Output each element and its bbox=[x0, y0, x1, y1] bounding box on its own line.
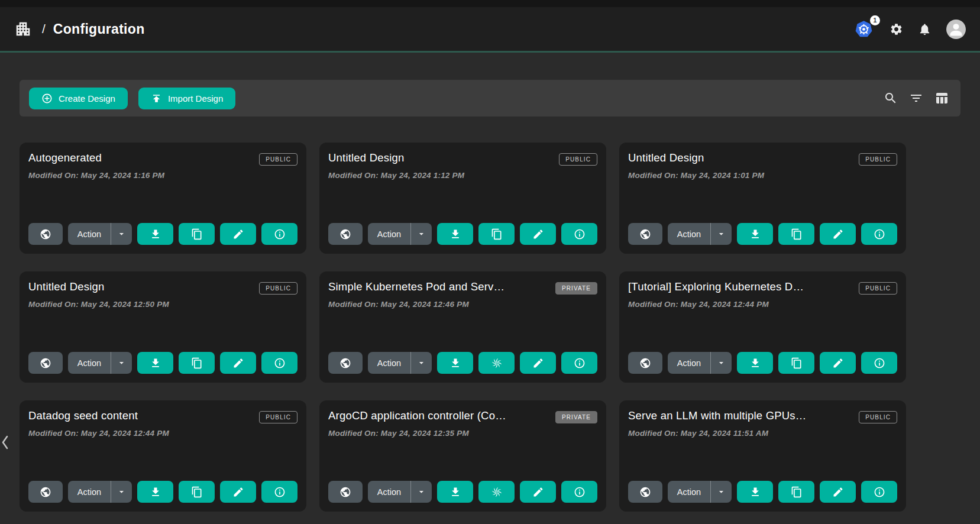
download-button[interactable] bbox=[737, 481, 773, 503]
download-button[interactable] bbox=[137, 352, 173, 374]
card-head: [Tutorial] Exploring Kubernetes D… PUBLI… bbox=[628, 280, 897, 295]
action-button[interactable]: Action bbox=[68, 223, 111, 245]
notifications-button[interactable] bbox=[918, 22, 932, 36]
window-top-strip bbox=[0, 0, 980, 7]
building-icon bbox=[14, 20, 32, 38]
download-button[interactable] bbox=[737, 223, 773, 245]
create-design-button[interactable]: Create Design bbox=[29, 88, 128, 109]
copy-icon bbox=[791, 228, 803, 240]
import-design-button[interactable]: Import Design bbox=[138, 88, 235, 109]
info-button[interactable] bbox=[861, 352, 897, 374]
modified-on-text: Modified On: May 24, 2024 12:35 PM bbox=[328, 429, 597, 438]
design-title: Simple Kubernetes Pod and Serv… bbox=[328, 280, 555, 293]
clone-button[interactable] bbox=[179, 223, 215, 245]
action-button[interactable]: Action bbox=[668, 481, 710, 503]
action-button[interactable]: Action bbox=[668, 223, 710, 245]
card-actions: Action bbox=[328, 352, 597, 374]
globe-icon bbox=[40, 486, 51, 498]
publish-globe-button[interactable] bbox=[328, 481, 363, 503]
edit-button[interactable] bbox=[220, 223, 256, 245]
design-title: Untitled Design bbox=[628, 151, 859, 164]
info-button[interactable] bbox=[561, 223, 597, 245]
card-head: Autogenerated PUBLIC bbox=[28, 151, 297, 166]
info-button[interactable] bbox=[861, 223, 897, 245]
edit-button[interactable] bbox=[820, 352, 856, 374]
action-button[interactable]: Action bbox=[668, 352, 710, 374]
settings-button[interactable] bbox=[890, 22, 903, 36]
action-dropdown-toggle[interactable] bbox=[710, 352, 732, 374]
info-button[interactable] bbox=[861, 481, 897, 503]
download-button[interactable] bbox=[437, 481, 473, 503]
edit-button[interactable] bbox=[520, 481, 556, 503]
action-button[interactable]: Action bbox=[368, 352, 410, 374]
edit-button[interactable] bbox=[820, 223, 856, 245]
edit-icon bbox=[532, 486, 544, 498]
info-button[interactable] bbox=[561, 352, 597, 374]
action-dropdown-toggle[interactable] bbox=[410, 481, 432, 503]
globe-icon bbox=[339, 228, 351, 240]
edit-button[interactable] bbox=[220, 481, 256, 503]
search-button[interactable] bbox=[884, 91, 898, 105]
action-dropdown-toggle[interactable] bbox=[410, 352, 432, 374]
action-button[interactable]: Action bbox=[68, 481, 111, 503]
caret-down-icon bbox=[416, 229, 426, 239]
action-dropdown-toggle[interactable] bbox=[111, 223, 132, 245]
clone-button[interactable] bbox=[778, 223, 814, 245]
publish-globe-button[interactable] bbox=[628, 223, 662, 245]
action-dropdown-toggle[interactable] bbox=[111, 352, 132, 374]
publish-globe-button[interactable] bbox=[28, 352, 63, 374]
vortex-button[interactable] bbox=[478, 352, 515, 374]
action-button[interactable]: Action bbox=[368, 223, 410, 245]
info-button[interactable] bbox=[261, 481, 297, 503]
upload-icon bbox=[151, 93, 162, 104]
action-dropdown-toggle[interactable] bbox=[111, 481, 132, 503]
modified-on-text: Modified On: May 24, 2024 12:44 PM bbox=[628, 300, 897, 309]
edit-button[interactable] bbox=[220, 352, 256, 374]
filter-button[interactable] bbox=[909, 91, 923, 105]
info-button[interactable] bbox=[261, 223, 297, 245]
drawer-collapse-button[interactable] bbox=[1, 433, 11, 452]
kubernetes-context-button[interactable]: 1 bbox=[854, 20, 875, 39]
edit-button[interactable] bbox=[520, 223, 556, 245]
action-dropdown-toggle[interactable] bbox=[710, 223, 732, 245]
copy-icon bbox=[791, 486, 803, 498]
download-button[interactable] bbox=[437, 223, 473, 245]
action-dropdown-toggle[interactable] bbox=[710, 481, 732, 503]
publish-globe-button[interactable] bbox=[328, 223, 363, 245]
vortex-button[interactable] bbox=[478, 481, 515, 503]
download-button[interactable] bbox=[437, 352, 473, 374]
clone-button[interactable] bbox=[778, 481, 814, 503]
org-home-button[interactable] bbox=[14, 20, 32, 38]
publish-globe-button[interactable] bbox=[628, 481, 662, 503]
app-header: / Configuration 1 bbox=[0, 7, 980, 53]
edit-button[interactable] bbox=[520, 352, 556, 374]
visibility-badge: PUBLIC bbox=[259, 411, 297, 423]
action-dropdown-toggle[interactable] bbox=[410, 223, 432, 245]
download-button[interactable] bbox=[137, 223, 173, 245]
card-actions: Action bbox=[628, 352, 897, 374]
breadcrumb-separator: / bbox=[42, 22, 46, 36]
publish-globe-button[interactable] bbox=[28, 223, 63, 245]
download-button[interactable] bbox=[737, 352, 773, 374]
action-split-button: Action bbox=[668, 223, 732, 245]
info-button[interactable] bbox=[261, 352, 297, 374]
publish-globe-button[interactable] bbox=[328, 352, 363, 374]
info-button[interactable] bbox=[561, 481, 597, 503]
edit-icon bbox=[832, 486, 844, 498]
clone-button[interactable] bbox=[179, 481, 215, 503]
action-button[interactable]: Action bbox=[368, 481, 410, 503]
table-view-button[interactable] bbox=[934, 91, 949, 105]
action-split-button: Action bbox=[68, 481, 132, 503]
toolbar-icons bbox=[884, 91, 951, 105]
edit-button[interactable] bbox=[820, 481, 856, 503]
clone-button[interactable] bbox=[478, 223, 515, 245]
clone-button[interactable] bbox=[179, 352, 215, 374]
user-avatar[interactable] bbox=[946, 20, 966, 39]
clone-button[interactable] bbox=[778, 352, 814, 374]
card-head: Simple Kubernetes Pod and Serv… PRIVATE bbox=[328, 280, 597, 295]
card-head: Untitled Design PUBLIC bbox=[28, 280, 297, 295]
publish-globe-button[interactable] bbox=[628, 352, 662, 374]
action-button[interactable]: Action bbox=[68, 352, 111, 374]
download-button[interactable] bbox=[137, 481, 173, 503]
publish-globe-button[interactable] bbox=[28, 481, 63, 503]
